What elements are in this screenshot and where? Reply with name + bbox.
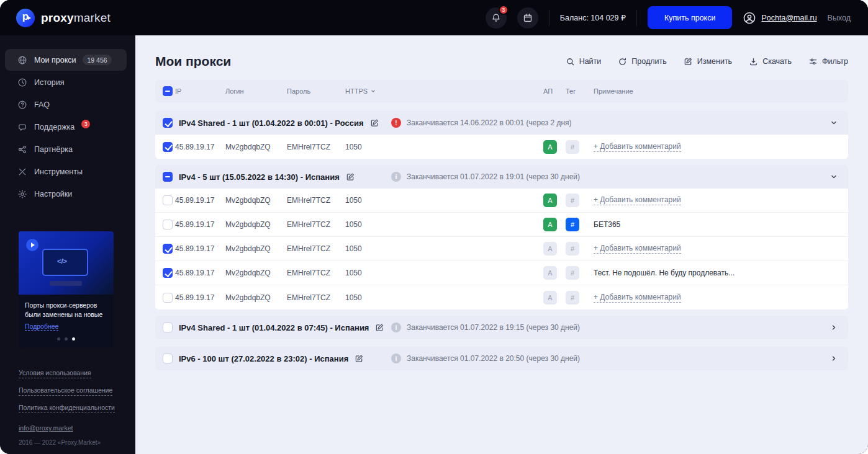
sidebar-item-support[interactable]: Поддержка 3 <box>5 116 127 138</box>
add-comment-link[interactable]: + Добавить комментарий <box>594 244 681 254</box>
chevron-down-icon[interactable] <box>830 118 838 127</box>
group-title: IPv4 - 5 шт (15.05.2022 в 14:30) - Испан… <box>179 172 340 182</box>
promo-more-link[interactable]: Подробнее <box>25 323 58 331</box>
group-header[interactable]: IPv4 Shared - 1 шт (01.04.2022 в 07:45) … <box>155 316 848 339</box>
share-icon <box>17 145 27 154</box>
logo[interactable]: proxymarket <box>16 9 111 27</box>
group-checkbox[interactable] <box>163 118 173 128</box>
autorenew-badge[interactable]: A <box>543 266 557 280</box>
tag-badge[interactable]: # <box>566 140 579 154</box>
comment-text[interactable]: Тест. Не подошёл. Не буду продлевать... <box>594 269 848 277</box>
divider <box>636 10 637 26</box>
autorenew-badge[interactable]: A <box>543 140 557 154</box>
row-checkbox[interactable] <box>163 244 173 254</box>
globe-icon <box>17 55 27 65</box>
carousel-dot[interactable] <box>57 337 60 340</box>
autorenew-badge[interactable]: A <box>543 291 557 305</box>
calendar-button[interactable] <box>517 7 538 29</box>
user-agreement-link[interactable]: Пользовательское соглашение <box>19 386 112 396</box>
column-autorenew: АП <box>543 87 566 95</box>
row-checkbox[interactable] <box>163 195 173 205</box>
group-checkbox[interactable] <box>163 354 173 363</box>
privacy-policy-link[interactable]: Политика конфиденциальности <box>19 404 115 413</box>
renew-label: Продлить <box>631 57 666 66</box>
sidebar-item-faq[interactable]: FAQ <box>5 94 127 115</box>
row-checkbox[interactable] <box>163 268 173 278</box>
autorenew-badge[interactable]: A <box>543 194 557 207</box>
expiry-text: Заканчивается 01.07.2022 в 20:50 (через … <box>407 354 580 363</box>
sidebar-legal-links: Условия использования Пользовательское с… <box>19 369 117 412</box>
add-comment-link[interactable]: + Добавить комментарий <box>594 293 681 303</box>
sidebar-item-tools[interactable]: Инструменты <box>5 161 127 182</box>
top-bar: proxymarket 3 Баланс: 104 029 ₽ Купить п… <box>0 0 868 35</box>
column-ip: IP <box>175 87 225 95</box>
filter-button[interactable]: Фильтр <box>808 57 848 66</box>
edit-button[interactable]: Изменить <box>684 57 732 66</box>
ip-cell: 45.89.19.17 <box>175 143 225 151</box>
port-cell: 1050 <box>345 269 543 277</box>
promo-text: Порты прокси-серверов были заменены на н… <box>25 301 107 319</box>
login-cell: Mv2gbdqbZQ <box>225 269 287 277</box>
carousel-dot[interactable] <box>65 337 68 340</box>
logout-link[interactable]: Выход <box>828 14 851 22</box>
login-cell: Mv2gbdqbZQ <box>225 244 287 253</box>
sidebar-item-label: Мои прокси <box>34 56 76 65</box>
logo-text: proxymarket <box>41 11 111 25</box>
group-status: i Заканчивается 01.07.2022 в 20:50 (чере… <box>391 354 830 363</box>
group-header[interactable]: IPv4 - 5 шт (15.05.2022 в 14:30) - Испан… <box>155 165 848 189</box>
chevron-down-icon[interactable] <box>830 172 838 181</box>
tag-badge[interactable]: # <box>566 194 579 207</box>
tag-badge[interactable]: # <box>566 218 579 231</box>
info-icon: i <box>391 323 401 332</box>
sidebar-item-partners[interactable]: Партнёрка <box>5 138 127 160</box>
tag-badge[interactable]: # <box>566 266 579 280</box>
download-button[interactable]: Скачать <box>749 57 792 66</box>
ip-cell: 45.89.19.17 <box>175 244 225 253</box>
search-button[interactable]: Найти <box>566 57 602 66</box>
renew-button[interactable]: Продлить <box>618 57 666 66</box>
buy-proxy-button[interactable]: Купить прокси <box>648 6 733 29</box>
rename-group-icon[interactable] <box>346 172 355 182</box>
rename-group-icon[interactable] <box>375 323 384 332</box>
notification-count-badge: 3 <box>499 5 509 15</box>
sidebar-item-settings[interactable]: Настройки <box>5 183 127 205</box>
notifications-button[interactable]: 3 <box>486 7 507 29</box>
sidebar-item-history[interactable]: История <box>5 71 127 93</box>
column-https[interactable]: HTTPS <box>345 87 543 95</box>
tag-badge[interactable]: # <box>566 242 579 256</box>
add-comment-link[interactable]: + Добавить комментарий <box>594 195 681 205</box>
select-all-checkbox[interactable] <box>163 86 173 96</box>
group-checkbox[interactable] <box>163 172 173 182</box>
password-cell: EMHrel7TCZ <box>287 143 345 151</box>
chevron-right-icon[interactable] <box>830 354 838 363</box>
password-cell: EMHrel7TCZ <box>287 244 345 253</box>
comment-text[interactable]: БЕТ365 <box>594 220 848 229</box>
carousel-dot-active[interactable] <box>72 337 75 340</box>
row-checkbox[interactable] <box>163 220 173 229</box>
info-icon: i <box>391 354 401 363</box>
password-cell: EMHrel7TCZ <box>287 293 345 302</box>
autorenew-badge[interactable]: A <box>543 242 557 256</box>
group-checkbox[interactable] <box>163 323 173 332</box>
user-email-link[interactable]: Pochta@mail.ru <box>761 14 816 22</box>
login-cell: Mv2gbdqbZQ <box>225 293 287 302</box>
group-header[interactable]: IPv4 Shared - 1 шт (01.04.2022 в 00:01) … <box>155 111 848 135</box>
terms-link[interactable]: Условия использования <box>19 369 91 378</box>
tools-icon <box>17 167 27 177</box>
group-status: ! Заканчивается 14.06.2022 в 00:01 (чере… <box>391 118 830 128</box>
chevron-right-icon[interactable] <box>830 323 838 332</box>
row-checkbox[interactable] <box>163 142 173 152</box>
column-tag: Тег <box>566 87 594 95</box>
divider <box>549 10 549 26</box>
autorenew-badge[interactable]: A <box>543 218 557 231</box>
proxy-row: 45.89.19.17 Mv2gbdqbZQ EMHrel7TCZ 1050 A… <box>155 261 848 285</box>
sidebar-item-my-proxies[interactable]: Мои прокси 19 456 <box>5 49 127 71</box>
rename-group-icon[interactable] <box>355 354 364 363</box>
port-cell: 1050 <box>345 220 543 229</box>
tag-badge[interactable]: # <box>566 291 579 305</box>
rename-group-icon[interactable] <box>370 118 379 128</box>
row-checkbox[interactable] <box>163 293 173 303</box>
add-comment-link[interactable]: + Добавить комментарий <box>594 142 681 152</box>
group-header[interactable]: IPv6 - 100 шт (27.02.2022 в 23:02) - Исп… <box>155 347 848 370</box>
support-email-link[interactable]: info@proxy.market <box>19 424 73 432</box>
